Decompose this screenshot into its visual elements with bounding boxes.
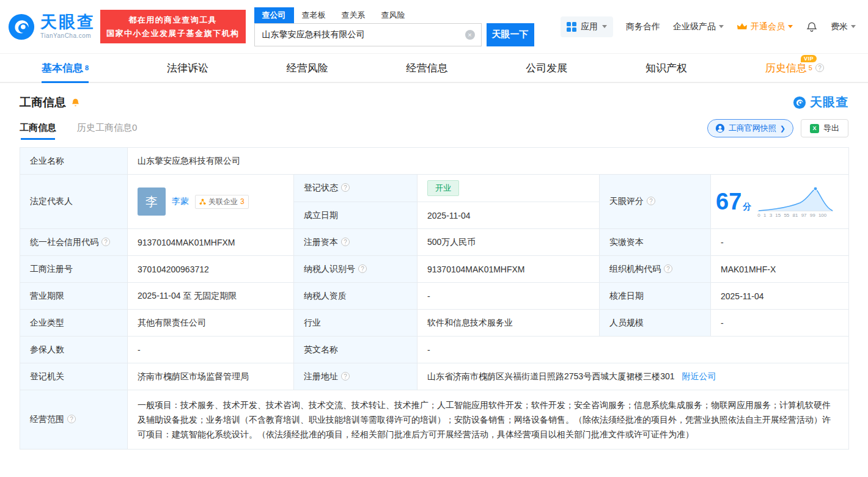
help-icon[interactable] [815, 64, 824, 72]
section-head: 工商信息 天眼查 [20, 94, 848, 111]
org-code-label-text: 组织机构代码 [609, 264, 661, 274]
nearby-companies-link[interactable]: 附近公司 [682, 371, 716, 381]
term-label: 营业期限 [20, 283, 128, 310]
industry-value: 软件和信息技术服务业 [417, 310, 600, 337]
nav-enterprise-product[interactable]: 企业级产品 [673, 21, 724, 32]
staff-size-value: - [711, 310, 849, 337]
search-tabs: 查公司 查老板 查关系 查风险 [254, 7, 534, 23]
nav-enterprise-product-label: 企业级产品 [673, 21, 716, 32]
score-cell: 67分 0 1 3 15 55 81 97 99 100 [711, 175, 849, 229]
search-input[interactable] [255, 24, 481, 46]
help-icon[interactable] [664, 264, 672, 273]
subscribe-bell-icon[interactable] [70, 97, 81, 107]
chevron-down-icon [851, 25, 856, 28]
nav-user-menu[interactable]: 费米 [831, 21, 856, 32]
legal-rep-name-link[interactable]: 李蒙 [172, 196, 189, 207]
tab-business-info-label: 经营信息 [406, 61, 447, 75]
english-name-label: 英文名称 [294, 337, 417, 363]
search-tab-company[interactable]: 查公司 [254, 7, 294, 23]
related-companies-tag[interactable]: 关联企业 3 [195, 195, 249, 209]
chevron-down-icon [719, 25, 724, 28]
insured-count-label: 参保人数 [20, 337, 128, 363]
related-count: 3 [240, 197, 245, 206]
score-chart: 0 1 3 15 55 81 97 99 100 [756, 186, 834, 218]
section-title: 工商信息 [20, 95, 66, 111]
help-icon[interactable] [67, 415, 76, 423]
staff-size-label: 人员规模 [600, 310, 711, 337]
nav-business-cooperation[interactable]: 商务合作 [626, 21, 660, 32]
taxpayer-id-label-text: 纳税人识别号 [304, 264, 355, 274]
table-row: 经营范围 一般项目：技术服务、技术开发、技术咨询、技术交流、技术转让、技术推广；… [20, 390, 849, 450]
nav-open-vip-label: 开通会员 [751, 21, 785, 32]
help-icon[interactable] [341, 238, 350, 246]
business-info-table: 企业名称 山东擎安应急科技有限公司 法定代表人 李 李蒙 关联企业 3 [20, 147, 849, 450]
score-axis-labels: 0 1 3 15 55 81 97 99 100 [756, 213, 834, 218]
help-icon[interactable] [101, 238, 110, 246]
credit-code-value: 91370104MAK01MHFXM [128, 229, 294, 256]
related-tag-label: 关联企业 [208, 197, 238, 207]
search-tab-boss[interactable]: 查老板 [294, 7, 334, 23]
tab-basic-info[interactable]: 基本信息 8 [42, 54, 89, 82]
tianyancha-logo[interactable]: 天眼查 TianYanCha.com [7, 13, 95, 41]
header-right-nav: 应用 商务合作 企业级产品 开通会员 费米 [561, 16, 856, 37]
nav-user-name: 费米 [831, 21, 848, 32]
score-unit: 分 [743, 202, 751, 211]
crown-icon [737, 23, 748, 31]
nav-business-cooperation-label: 商务合作 [626, 21, 660, 32]
clear-icon[interactable] [465, 30, 475, 40]
approval-date-value: 2025-11-04 [711, 283, 849, 310]
export-button[interactable]: 导出 [801, 119, 848, 137]
subtab-history-business-info[interactable]: 历史工商信息0 [77, 122, 137, 140]
search-button[interactable]: 天眼一下 [487, 23, 534, 46]
search-tab-risk[interactable]: 查风险 [373, 7, 413, 23]
help-icon[interactable] [647, 197, 655, 205]
subtab-business-info[interactable]: 工商信息 [20, 122, 56, 140]
score-number: 67 [716, 189, 741, 214]
help-icon[interactable] [358, 264, 367, 273]
taxpayer-id-label: 纳税人识别号 [294, 256, 417, 283]
official-snapshot-button[interactable]: 工商官网快照 [707, 119, 793, 137]
chevron-down-icon [788, 25, 793, 28]
approval-date-label: 核准日期 [600, 283, 711, 310]
search-row: 天眼一下 [254, 23, 534, 46]
search-input-wrap [254, 23, 482, 46]
app-grid-icon [567, 22, 576, 32]
app-menu-button[interactable]: 应用 [561, 16, 613, 37]
legal-rep-label: 法定代表人 [20, 175, 128, 229]
search-tab-relation[interactable]: 查关系 [334, 7, 373, 23]
notification-bell-icon[interactable] [806, 21, 818, 33]
company-name-label: 企业名称 [20, 148, 128, 175]
tab-basic-info-label: 基本信息 [42, 61, 83, 75]
reg-number-value: 370104200963712 [128, 256, 294, 283]
nav-open-vip[interactable]: 开通会员 [737, 21, 793, 32]
paid-capital-value: - [711, 229, 849, 256]
tab-intellectual-property[interactable]: 知识产权 [645, 54, 687, 82]
tab-history-info[interactable]: VIP 历史信息 5 [765, 54, 826, 82]
excel-export-icon [810, 124, 819, 133]
banner-line1: 都在用的商业查询工具 [106, 13, 240, 26]
taxpayer-id-value: 91370104MAK01MHFXM [417, 256, 600, 283]
table-row: 工商注册号 370104200963712 纳税人识别号 91370104MAK… [20, 256, 849, 283]
vip-badge: VIP [801, 55, 817, 62]
help-icon[interactable] [341, 183, 350, 192]
tianyancha-logo-icon [7, 13, 35, 41]
legal-rep-avatar[interactable]: 李 [138, 188, 166, 216]
registration-authority-label: 登记机关 [20, 363, 128, 390]
score-label-text: 天眼评分 [609, 196, 644, 206]
address-value: 山东省济南市槐荫区兴福街道日照路2753号西城大厦裙楼三楼301 [427, 371, 675, 381]
tab-company-development-label: 公司发展 [526, 61, 567, 75]
table-row: 登记机关 济南市槐荫区市场监督管理局 注册地址 山东省济南市槐荫区兴福街道日照路… [20, 363, 849, 390]
tab-legal-proceedings[interactable]: 法律诉讼 [167, 54, 208, 82]
insured-count-value: - [128, 337, 294, 363]
table-row: 统一社会信用代码 91370104MAK01MHFXM 注册资本 500万人民币… [20, 229, 849, 256]
tab-business-info[interactable]: 经营信息 [406, 54, 447, 82]
table-row: 企业名称 山东擎安应急科技有限公司 [20, 148, 849, 175]
help-icon[interactable] [341, 372, 350, 381]
tab-operating-risk[interactable]: 经营风险 [287, 54, 328, 82]
tab-company-development[interactable]: 公司发展 [526, 54, 567, 82]
table-row: 企业类型 其他有限责任公司 行业 软件和信息技术服务业 人员规模 - [20, 310, 849, 337]
org-code-value: MAK01MHF-X [711, 256, 849, 283]
company-type-value: 其他有限责任公司 [128, 310, 294, 337]
org-code-label: 组织机构代码 [600, 256, 711, 283]
export-label: 导出 [823, 123, 839, 134]
